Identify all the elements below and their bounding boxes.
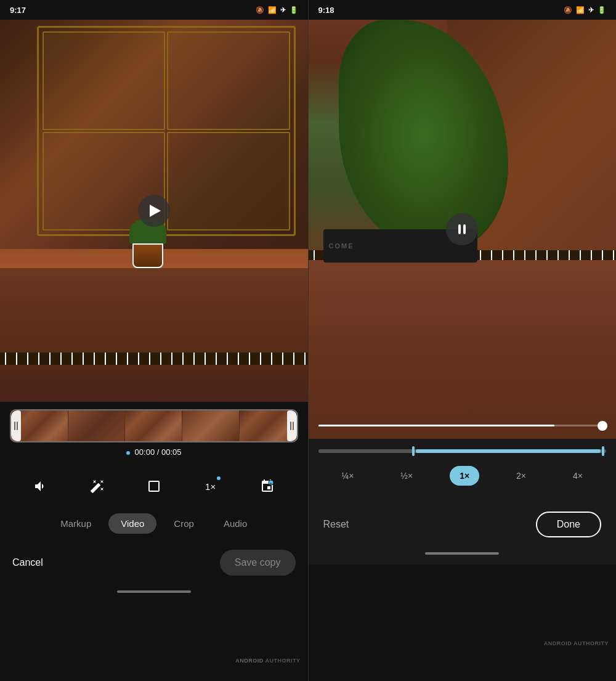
wifi-icon: 📶	[268, 6, 277, 14]
action-bar-right: Reset Done	[309, 503, 617, 552]
door-panel-tr	[167, 31, 290, 130]
floor	[0, 268, 308, 402]
status-bar-right: 9:18 🔕 📶 ✈ 🔋	[309, 0, 617, 20]
speed-control-area: ¼× ½× 1× 2× 4×	[309, 439, 617, 503]
speed-half[interactable]: ½×	[391, 466, 423, 486]
video-preview-left	[0, 20, 308, 402]
battery-icon: 🔋	[290, 6, 298, 14]
speed-slider-handle-left[interactable]	[412, 446, 415, 456]
thumb-4	[182, 410, 240, 441]
speed-4x[interactable]: 4×	[563, 466, 593, 486]
right-floor	[309, 250, 617, 439]
timeline-area: 00:00 / 00:05	[0, 402, 308, 467]
plant	[123, 219, 172, 268]
speed-slider[interactable]	[318, 446, 607, 456]
done-button[interactable]: Done	[536, 512, 601, 537]
silent-icon: 🔕	[256, 6, 264, 14]
timeline-handle-right[interactable]	[287, 410, 297, 441]
timeline-inner	[11, 410, 297, 441]
progress-line[interactable]	[318, 425, 607, 426]
play-button[interactable]	[138, 195, 170, 227]
android-authority-badge-right: ANDROID AUTHORITY	[544, 640, 609, 646]
leaves-cluster	[339, 20, 508, 250]
home-indicator-left	[117, 590, 191, 593]
airplane-icon: ✈	[280, 6, 286, 14]
wifi-icon-r: 📶	[576, 6, 585, 14]
progress-fill	[318, 425, 554, 426]
right-plant	[339, 20, 508, 250]
pause-bar-1	[458, 224, 461, 234]
status-icons-right: 🔕 📶 ✈ 🔋	[564, 6, 606, 14]
cancel-button[interactable]: Cancel	[12, 557, 43, 568]
android-authority-badge-left: ANDROID AUTHORITY	[235, 658, 300, 664]
left-panel: 9:17 🔕 📶 ✈ 🔋	[0, 0, 308, 681]
status-icons-left: 🔕 📶 ✈ 🔋	[256, 6, 298, 14]
speed-dot	[217, 476, 221, 480]
reset-button[interactable]: Reset	[323, 519, 349, 530]
handle-lines-right	[290, 422, 294, 430]
action-bar-left: Cancel Save copy	[0, 541, 308, 590]
bottom-tabs: Markup Video Crop Audio	[0, 506, 308, 541]
video-preview-right: COME	[309, 20, 617, 439]
bottom-indicator-area-right	[309, 552, 617, 565]
current-time: 00:00	[135, 447, 155, 457]
thumb-2	[68, 410, 126, 441]
progress-thumb[interactable]	[598, 421, 607, 431]
speed-label: 1×	[205, 481, 216, 492]
screenshot-button[interactable]: +	[255, 474, 280, 499]
plant-pot	[132, 243, 163, 268]
time-dot	[126, 451, 130, 455]
speed-1x[interactable]: 1×	[450, 466, 479, 486]
handle-lines-left	[14, 422, 18, 430]
handle-line	[14, 422, 15, 430]
speed-2x[interactable]: 2×	[506, 466, 536, 486]
battery-icon-r: 🔋	[598, 6, 606, 14]
time-left: 9:17	[10, 6, 26, 15]
handle-line	[17, 422, 18, 430]
timeline-handle-left[interactable]	[11, 410, 21, 441]
volume-button[interactable]	[28, 474, 53, 499]
home-indicator-right	[425, 552, 499, 555]
svg-text:+: +	[270, 481, 272, 485]
tab-video[interactable]: Video	[108, 513, 156, 534]
handle-line	[293, 422, 294, 430]
door-panel-tl	[43, 31, 165, 130]
speed-slider-handle-right[interactable]	[602, 446, 604, 456]
pause-button[interactable]	[446, 213, 478, 245]
tab-crop[interactable]: Crop	[161, 513, 206, 534]
frame-button[interactable]	[142, 474, 166, 499]
status-bar-left: 9:17 🔕 📶 ✈ 🔋	[0, 0, 308, 20]
toolbar: 1× +	[0, 467, 308, 506]
speed-selector[interactable]: 1×	[198, 474, 223, 499]
pause-bar-2	[463, 224, 466, 234]
floor-pattern	[0, 353, 308, 365]
speed-quarter[interactable]: ¼×	[331, 466, 363, 486]
thumb-3	[125, 410, 182, 441]
tab-audio[interactable]: Audio	[211, 513, 259, 534]
speed-slider-active	[416, 449, 600, 453]
silent-icon-r: 🔕	[564, 6, 572, 14]
timeline-strip[interactable]	[10, 409, 298, 442]
airplane-icon-r: ✈	[588, 6, 594, 14]
tab-markup[interactable]: Markup	[48, 513, 103, 534]
time-separator: /	[157, 447, 161, 457]
handle-line	[290, 422, 291, 430]
time-right: 9:18	[318, 6, 334, 15]
total-time: 00:05	[161, 447, 182, 457]
magic-edit-button[interactable]	[85, 474, 110, 499]
play-icon	[150, 205, 161, 217]
right-panel: 9:18 🔕 📶 ✈ 🔋 COME	[309, 0, 617, 681]
save-copy-button[interactable]: Save copy	[220, 550, 296, 576]
door-panel-br	[167, 132, 290, 230]
time-display: 00:00 / 00:05	[10, 447, 298, 457]
speed-options: ¼× ½× 1× 2× 4×	[318, 466, 607, 486]
